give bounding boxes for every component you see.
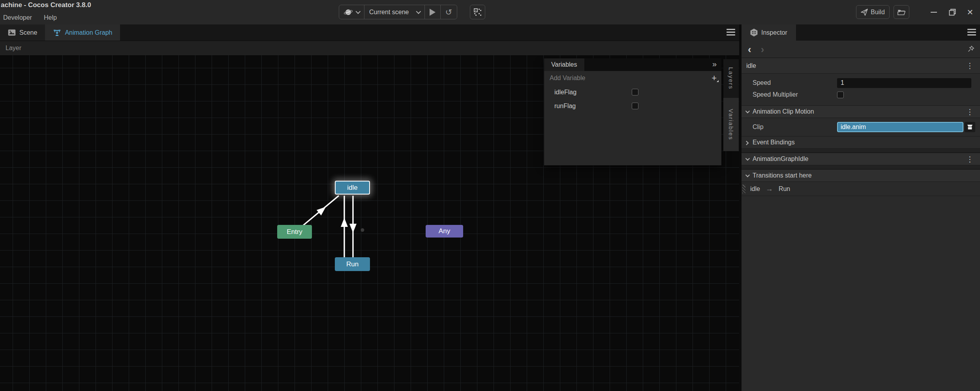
variable-name: idleFlag [554,89,576,96]
section-title: AnimationGraphIdle [753,155,808,163]
drag-handle[interactable] [742,185,745,193]
variable-row-idleFlag: idleFlag [544,85,721,99]
section-title: Animation Clip Motion [753,108,814,115]
inspector-empty-area [742,196,980,391]
section-gap [742,165,980,169]
planet-icon [344,8,353,17]
add-variable-input[interactable]: Add Variable [550,75,585,82]
side-tab-layers-label: Layers [728,67,734,90]
inspector-panel: Inspector ‹ › idle ⋮ Speed 1 S [742,24,980,391]
menu-developer[interactable]: Developer [3,14,32,21]
side-tab-variables[interactable]: Variables [723,98,739,151]
graph-node-entry[interactable]: Entry [277,225,312,239]
inspector-tab-bar: Inspector [742,24,980,41]
kebab-menu-icon[interactable]: ⋮ [966,61,974,70]
preview-devices-button[interactable] [470,5,485,19]
selection-title: idle [746,62,756,69]
close-icon: ✕ [967,7,974,17]
speed-multiplier-checkbox[interactable] [837,92,844,98]
forward-icon[interactable]: › [761,44,764,54]
minimize-button[interactable] [927,6,941,19]
add-variable-row: Add Variable + [544,71,721,85]
transition-from: idle [750,185,760,193]
side-tab-variables-label: Variables [728,109,734,140]
inspector-menu-button[interactable] [967,29,976,36]
menu-bar: Developer Help [3,14,57,21]
add-variable-button[interactable]: + [712,74,717,82]
node-label: Any [439,227,450,235]
scene-selector-dropdown[interactable]: Current scene [364,5,424,19]
section-animation-graph-idle[interactable]: AnimationGraphIdle ⋮ [742,153,980,165]
build-label: Build [871,9,885,16]
state-properties: Speed 1 Speed Multiplier [742,74,980,105]
play-button[interactable] [424,5,440,19]
graph-node-run[interactable]: Run [335,257,370,271]
scene-toolbar: Current scene ↺ [339,5,457,19]
reload-icon: ↺ [445,8,452,16]
platform-selector[interactable] [339,5,364,19]
runFlag-checkbox[interactable] [632,103,638,109]
restore-button[interactable] [946,6,959,19]
chevron-right-icon [744,141,749,145]
speed-multiplier-row: Speed Multiplier [742,89,980,101]
variables-panel: Variables » Add Variable + idleFlag runF… [544,58,721,165]
title-bar: achine - Cocos Creator 3.8.0 Developer H… [0,0,980,24]
side-tab-layers[interactable]: Layers [723,59,739,98]
speed-row: Speed 1 [742,77,980,89]
section-event-bindings[interactable]: Event Bindings [742,136,980,149]
asset-box-icon [967,124,973,130]
tab-inspector[interactable]: Inspector [742,24,796,41]
section-animation-clip-motion[interactable]: Animation Clip Motion ⋮ [742,105,980,118]
asset-picker-button[interactable] [965,122,975,132]
arrow-right-icon: → [766,185,773,193]
idleFlag-checkbox[interactable] [632,89,638,95]
variables-panel-tab[interactable]: Variables [544,58,584,71]
folder-icon [897,9,905,15]
clip-label: Clip [742,123,764,131]
tab-animation-graph-label: Animation Graph [65,29,112,36]
chevron-down-icon [745,109,750,113]
graph-node-any[interactable]: Any [426,225,463,238]
chevron-down-icon [356,9,361,14]
scene-icon [8,29,16,36]
transition-row[interactable]: idle → Run [742,182,980,196]
panel-menu-button[interactable] [727,29,735,36]
section-transitions[interactable]: Transitions start here [742,169,980,182]
layer-label: Layer [6,45,21,52]
speed-multiplier-label: Speed Multiplier [742,91,798,98]
inspector-icon [750,28,758,37]
kebab-menu-icon[interactable]: ⋮ [966,107,974,116]
qr-code-icon [474,8,482,16]
collapse-panel-icon[interactable]: » [712,60,717,69]
graph-node-idle[interactable]: idle [335,181,370,195]
reload-button[interactable]: ↺ [440,5,457,19]
section-title: Event Bindings [753,139,795,146]
inspector-nav-row: ‹ › [742,41,980,58]
paper-plane-icon [861,9,868,16]
variable-row-runFlag: runFlag [544,99,721,113]
pin-icon[interactable] [967,45,974,54]
tab-scene[interactable]: Scene [0,24,45,41]
tab-animation-graph[interactable]: Animation Graph [45,24,120,41]
close-button[interactable]: ✕ [963,6,977,19]
variables-panel-header: Variables » [544,58,721,71]
graph-canvas[interactable]: idle Entry Any Run Variables » [0,55,739,391]
build-button[interactable]: Build [856,5,890,19]
animation-graph-icon [53,29,61,37]
kebab-menu-icon[interactable]: ⋮ [966,155,974,164]
menu-help[interactable]: Help [44,14,57,21]
section-gap [742,149,980,153]
speed-input[interactable]: 1 [837,78,971,88]
clip-asset-field[interactable]: idle.anim [837,122,963,132]
scene-selector-label: Current scene [369,9,413,16]
speed-label: Speed [742,79,771,86]
layer-bar: Layer [0,41,739,55]
chevron-down-icon [745,173,750,177]
editor-panel: Scene Animation Graph Layer [0,24,739,391]
node-label: Run [346,260,359,268]
restore-icon [949,9,956,16]
app-window: { "window": { "title": "achine - Cocos C… [0,0,980,391]
back-icon[interactable]: ‹ [748,44,751,54]
open-project-folder-button[interactable] [894,5,909,19]
node-label: idle [347,184,357,192]
